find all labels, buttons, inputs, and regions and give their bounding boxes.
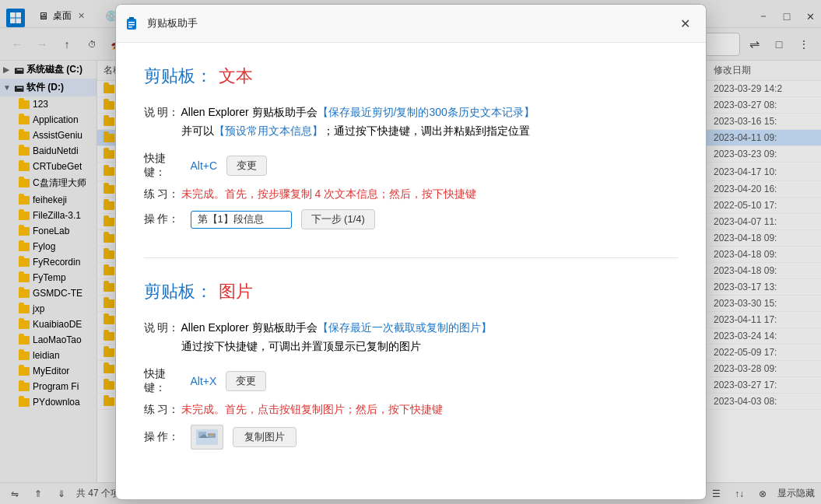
text-shortcut-update-button[interactable]: 变更 — [226, 156, 267, 176]
modal-titlebar: 剪贴板助手 ✕ — [116, 5, 706, 43]
image-section-title: 剪贴板： 图片 — [144, 280, 678, 303]
text-operation-row: 操 作： 下一步 (1/4) — [144, 209, 678, 229]
text-operation-input[interactable] — [191, 211, 292, 229]
image-shortcut-row: 快捷键： Alt+X 变更 — [144, 367, 678, 395]
modal-body: 剪贴板： 文本 说 明： Allen Explorer 剪贴板助手会【保存最近剪… — [116, 43, 706, 499]
text-exercise-label: 练 习： — [144, 187, 181, 201]
text-desc-content: Allen Explorer 剪贴板助手会【保存最近剪切/复制的300条历史文本… — [181, 103, 678, 141]
image-exercise-label: 练 习： — [144, 403, 181, 417]
image-thumbnail — [191, 425, 223, 450]
section-divider — [144, 257, 678, 258]
modal-title: 剪贴板助手 — [147, 16, 668, 30]
svg-point-13 — [210, 433, 213, 436]
copy-image-button[interactable]: 复制图片 — [233, 427, 296, 447]
text-desc-label: 说 明： — [144, 103, 181, 122]
image-shortcut-update-button[interactable]: 变更 — [226, 371, 266, 391]
image-desc-label: 说 明： — [144, 319, 181, 338]
text-exercise-content: 未完成。首先，按步骤复制 4 次文本信息；然后，按下快捷键 — [181, 187, 678, 201]
image-exercise-row: 练 习： 未完成。首先，点击按钮复制图片；然后，按下快捷键 — [144, 403, 678, 417]
text-shortcut-row: 快捷键： Alt+C 变更 — [144, 152, 678, 180]
image-exercise-content: 未完成。首先，点击按钮复制图片；然后，按下快捷键 — [181, 403, 678, 417]
text-shortcut-key: Alt+C — [191, 159, 218, 172]
text-section-prefix: 剪贴板： — [144, 65, 212, 88]
image-shortcut-label: 快捷键： — [144, 367, 181, 395]
text-description-row: 说 明： Allen Explorer 剪贴板助手会【保存最近剪切/复制的300… — [144, 103, 678, 141]
text-clipboard-section: 剪贴板： 文本 说 明： Allen Explorer 剪贴板助手会【保存最近剪… — [144, 65, 678, 229]
text-exercise-row: 练 习： 未完成。首先，按步骤复制 4 次文本信息；然后，按下快捷键 — [144, 187, 678, 201]
image-section-suffix: 图片 — [219, 280, 253, 303]
image-operation-label: 操 作： — [144, 430, 181, 444]
image-clipboard-section: 剪贴板： 图片 说 明： Allen Explorer 剪贴板助手会【保存最近一… — [144, 280, 678, 450]
image-description-row: 说 明： Allen Explorer 剪贴板助手会【保存最近一次截取或复制的图… — [144, 319, 678, 356]
text-desc-line1: Allen Explorer 剪贴板助手会【保存最近剪切/复制的300条历史文本… — [181, 103, 678, 122]
svg-rect-6 — [128, 22, 135, 23]
svg-rect-8 — [128, 26, 132, 28]
image-shortcut-key: Alt+X — [191, 375, 217, 387]
text-next-button[interactable]: 下一步 (1/4) — [301, 209, 375, 229]
text-shortcut-label: 快捷键： — [144, 152, 181, 180]
image-section-prefix: 剪贴板： — [144, 280, 212, 303]
svg-rect-7 — [128, 24, 135, 26]
modal-close-button[interactable]: ✕ — [675, 12, 696, 34]
image-bracket1: 【保存最近一次截取或复制的图片】 — [318, 321, 492, 334]
image-desc-line1: Allen Explorer 剪贴板助手会【保存最近一次截取或复制的图片】 — [181, 319, 678, 338]
text-operation-label: 操 作： — [144, 212, 181, 226]
text-bracket1: 【保存最近剪切/复制的300条历史文本记录】 — [318, 106, 535, 118]
image-desc-line2: 通过按下快捷键，可调出并置顶显示已复制的图片 — [181, 338, 678, 356]
text-desc-line2: 并可以【预设常用文本信息】；通过按下快捷键，调出并粘贴到指定位置 — [181, 122, 678, 141]
text-section-title: 剪贴板： 文本 — [144, 65, 678, 88]
text-bracket2: 【预设常用文本信息】 — [214, 124, 323, 137]
image-operation-row: 操 作： 复制图片 — [144, 425, 678, 450]
text-section-suffix: 文本 — [219, 65, 253, 88]
modal-overlay: 剪贴板助手 ✕ 剪贴板： 文本 说 明： Allen Explorer 剪贴板助… — [0, 0, 821, 504]
image-desc-content: Allen Explorer 剪贴板助手会【保存最近一次截取或复制的图片】 通过… — [181, 319, 678, 356]
svg-rect-5 — [129, 17, 134, 19]
clipboard-assistant-dialog: 剪贴板助手 ✕ 剪贴板： 文本 说 明： Allen Explorer 剪贴板助… — [115, 4, 707, 499]
clipboard-title-icon — [125, 16, 141, 31]
